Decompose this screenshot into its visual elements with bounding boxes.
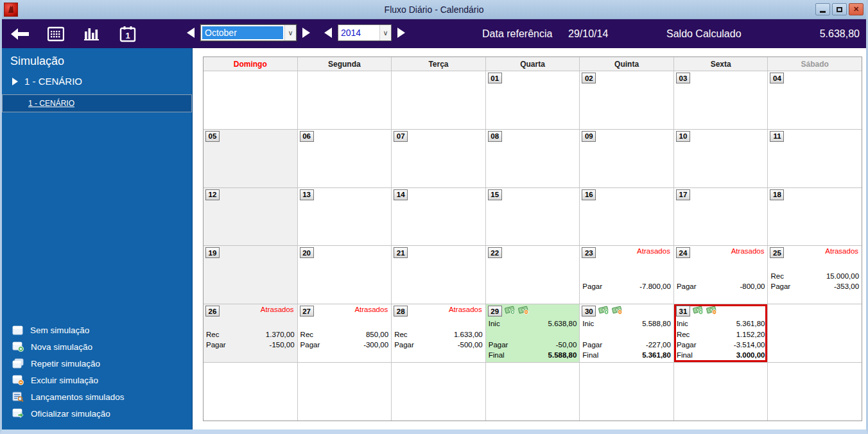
day-number: 09 [582, 131, 596, 142]
prev-month-button[interactable] [187, 28, 195, 38]
day-cell-13[interactable]: 13 [298, 188, 392, 246]
window-remove-icon [12, 375, 24, 385]
day-cell-07[interactable]: 07 [392, 130, 486, 187]
close-button[interactable]: ✕ [849, 3, 864, 15]
sidebar-title: Simulação [2, 48, 192, 72]
rec-label: Rec [677, 331, 690, 338]
line-rec: Rec1.633,00 [394, 329, 483, 340]
day-cell-14[interactable]: 14 [392, 188, 486, 246]
window-icon [12, 326, 23, 335]
empty-cell [392, 363, 486, 421]
action-excluir-simulacao[interactable]: Excluir simulação [2, 372, 192, 388]
tree-child-cenario-selected[interactable]: 1 - CENÁRIO [2, 94, 192, 112]
weekday-segunda: Segunda [298, 57, 392, 71]
day-cell-31[interactable]: 31Inic5.361,80Rec1.152,20Pagar-3.514,00F… [674, 304, 768, 362]
day-cell-27[interactable]: 27AtrasadosRec850,00Pagar-300,00 [298, 304, 392, 362]
final-label: Final [489, 351, 505, 359]
day-cell-16[interactable]: 16 [580, 188, 674, 246]
year-select[interactable]: 2014 ∨ [338, 24, 392, 41]
rec-label: Rec [300, 331, 313, 338]
day-number: 20 [300, 247, 314, 258]
day-cell-09[interactable]: 09 [580, 130, 674, 187]
windows-copy-icon [12, 358, 24, 369]
day-number: 24 [676, 247, 690, 258]
maximize-button[interactable] [832, 3, 847, 15]
next-year-button[interactable] [397, 28, 405, 38]
main-area: Domingo Segunda Terça Quarta Quinta Sext… [193, 48, 866, 430]
day-view-button[interactable]: 1 [117, 24, 138, 44]
day-cell-21[interactable]: 21 [392, 246, 486, 304]
day-number: 27 [300, 306, 314, 317]
day-cell-22[interactable]: 22 [486, 246, 580, 304]
month-view-button[interactable] [46, 24, 66, 44]
back-button[interactable] [10, 24, 30, 44]
day-cell-11[interactable]: 11 [768, 130, 862, 187]
calendar-grid: 0102030405060708091011121314151617181920… [204, 71, 862, 421]
action-repetir-simulacao[interactable]: Repetir simulação [2, 355, 192, 372]
pagar-value: -800,00 [740, 282, 765, 290]
day-cell-30[interactable]: 30Inic5.588,80Pagar-227,00Final5.361,80 [580, 304, 674, 362]
minimize-button[interactable] [815, 3, 830, 15]
month-select[interactable]: October ∨ [200, 24, 297, 41]
action-lancamentos-simulados[interactable]: Lançamentos simulados [2, 388, 192, 405]
money-plus-icon [598, 306, 609, 317]
list-search-icon [12, 392, 24, 402]
day-number: 16 [582, 189, 596, 200]
day-cell-25[interactable]: 25AtrasadosRec15.000,00Pagar-353,00 [768, 246, 862, 304]
action-oficializar-simulacao[interactable]: Oficializar simulação [2, 405, 192, 422]
weekday-terca: Terça [392, 57, 486, 71]
day-cell-08[interactable]: 08 [486, 130, 580, 187]
minimize-icon [820, 11, 826, 13]
day-cell-20[interactable]: 20 [298, 246, 392, 304]
atrasados-label: Atrasados [731, 247, 766, 255]
atrasados-label: Atrasados [637, 247, 672, 255]
day-cell-24[interactable]: 24AtrasadosPagar-800,00 [674, 246, 768, 304]
day-number: 18 [770, 189, 784, 200]
pagar-value: -353,00 [834, 282, 859, 290]
day-cell-10[interactable]: 10 [674, 130, 768, 187]
day-cell-01[interactable]: 01 [486, 71, 580, 129]
day-cell-03[interactable]: 03 [674, 71, 768, 129]
day-cell-12[interactable]: 12 [204, 188, 298, 246]
inic-value: 5.638,80 [548, 320, 577, 327]
day-cell-04[interactable]: 04 [768, 71, 862, 129]
rec-label: Rec [206, 331, 219, 338]
day-cell-23[interactable]: 23AtrasadosPagar-7.800,00 [580, 246, 674, 304]
action-sem-simulacao[interactable]: Sem simulação [2, 322, 192, 338]
day-cell-05[interactable]: 05 [204, 130, 298, 187]
action-label: Repetir simulação [31, 359, 100, 369]
line-inic: Inic5.588,80 [582, 318, 671, 329]
day-cell-28[interactable]: 28AtrasadosRec1.633,00Pagar-500,00 [392, 304, 486, 362]
pagar-value: -150,00 [270, 341, 295, 349]
day-cell-18[interactable]: 18 [768, 188, 862, 246]
day-number: 21 [394, 247, 408, 258]
pagar-value: -7.800,00 [639, 282, 671, 290]
money-minus-icon [612, 306, 623, 317]
prev-year-button[interactable] [324, 28, 332, 38]
calendar-day-icon: 1 [119, 26, 136, 42]
day-cell-06[interactable]: 06 [298, 130, 392, 187]
inic-label: Inic [582, 320, 594, 327]
rec-value: 1.370,00 [266, 331, 295, 338]
line-pagar: Pagar-3.514,00 [677, 340, 765, 350]
day-cell-15[interactable]: 15 [486, 188, 580, 246]
line-final: Final5.361,80 [582, 350, 671, 360]
calendar: Domingo Segunda Terça Quarta Quinta Sext… [203, 56, 862, 421]
day-cell-19[interactable]: 19 [204, 246, 298, 304]
tree-item-cenario[interactable]: 1 - CENÁRIO [2, 72, 192, 91]
empty-cell [580, 363, 674, 421]
window-export-icon [12, 408, 24, 419]
action-nova-simulacao[interactable]: Nova simulação [2, 338, 192, 355]
rec-value: 15.000,00 [826, 272, 859, 280]
line-pagar: Pagar-227,00 [582, 340, 671, 350]
day-cell-17[interactable]: 17 [674, 188, 768, 246]
pagar-value: -3.514,00 [734, 341, 765, 349]
chart-view-button[interactable] [82, 24, 102, 44]
calendar-grid-icon [48, 26, 64, 42]
day-cell-26[interactable]: 26AtrasadosRec1.370,00Pagar-150,00 [204, 304, 298, 362]
day-cell-02[interactable]: 02 [580, 71, 674, 129]
pagar-label: Pagar [677, 282, 697, 290]
day-cell-29[interactable]: 29Inic5.638,80Pagar-50,00Final5.588,80 [486, 304, 580, 362]
next-month-button[interactable] [302, 28, 310, 38]
day-number: 14 [394, 189, 408, 200]
